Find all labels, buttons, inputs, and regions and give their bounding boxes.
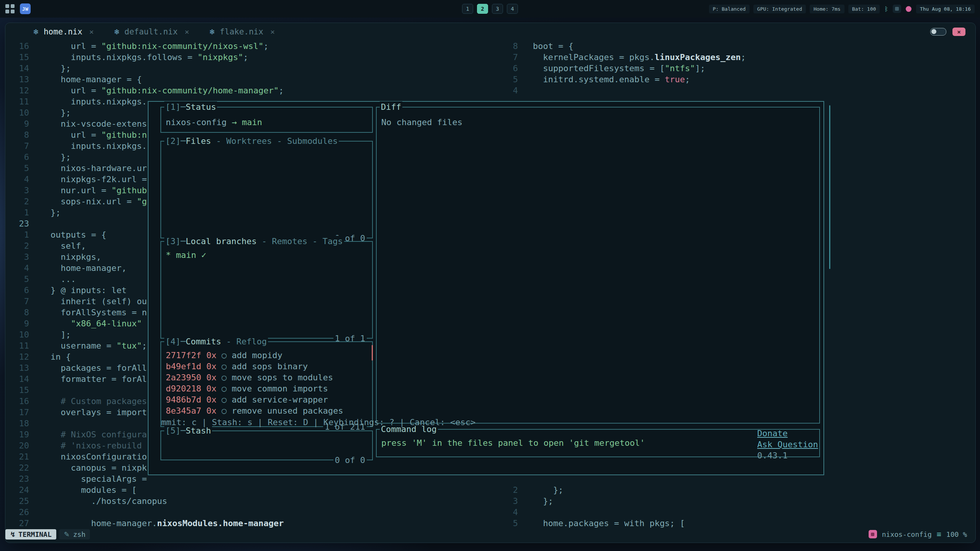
commit-row[interactable]: b49ef1d 0x ○ add sops binary: [166, 361, 368, 372]
code-line[interactable]: 4: [504, 85, 746, 96]
code-line[interactable]: 25 ./hosts/canopus: [5, 496, 284, 507]
line-number: 1: [5, 207, 29, 218]
logo-badge[interactable]: JW: [20, 3, 31, 14]
line-number: 12: [5, 351, 29, 362]
editor-scrollbar[interactable]: [829, 105, 830, 269]
code-text: ...: [51, 274, 76, 285]
window-close-button[interactable]: ×: [952, 28, 965, 36]
workspace-button-1[interactable]: 1: [462, 4, 473, 14]
panel-subtitle: - Worktrees - Submodules: [211, 136, 338, 146]
editor-tab-default.nix[interactable]: ❄default.nix×: [114, 27, 189, 36]
code-line[interactable]: 15 inputs.nixpkgs.follows = "nixpkgs";: [5, 52, 284, 63]
line-number: 16: [5, 41, 29, 52]
code-text: url = "github:n: [51, 129, 147, 140]
line-number: 15: [5, 385, 29, 396]
line-number: 4: [5, 262, 29, 274]
session-name: nixos-config: [882, 530, 932, 538]
code-text: inputs.nixpkgs.follows = "nixpkgs";: [51, 52, 248, 63]
commits-scrollbar-thumb[interactable]: [372, 345, 373, 360]
editor-pane-right-top[interactable]: 8boot = {7 kernelPackages = pkgs.linuxPa…: [504, 41, 746, 96]
code-line[interactable]: 27 home-manager.nixosModules.home-manage…: [5, 518, 284, 529]
editor-tab-home.nix[interactable]: ❄home.nix×: [33, 27, 94, 36]
workspace-button-2[interactable]: 2: [477, 4, 488, 14]
line-number: 7: [5, 140, 29, 152]
panel-index: [1]─: [165, 102, 186, 112]
ask-question-link[interactable]: Ask Question: [757, 440, 818, 449]
line-number: 3: [5, 251, 29, 262]
commit-row[interactable]: 9486b7d 0x ○ add service-wrapper: [166, 394, 368, 405]
tray-app-icon[interactable]: [893, 5, 901, 13]
code-text: nixpkgs-f2k.url =: [51, 174, 147, 185]
window-toggle[interactable]: [930, 28, 946, 36]
code-text: forAllSystems = n: [51, 307, 147, 318]
code-line[interactable]: 4: [504, 507, 685, 518]
code-text: in {: [51, 351, 71, 362]
code-line[interactable]: 24 modules = [: [5, 484, 284, 496]
line-number: 26: [5, 507, 29, 518]
code-line[interactable]: 2 };: [504, 484, 685, 496]
line-number: 20: [5, 440, 29, 451]
code-text: sops-nix.url = "g: [51, 196, 147, 207]
line-number: 11: [5, 340, 29, 351]
line-number: 19: [5, 429, 29, 440]
app-launcher-icon[interactable]: [5, 4, 15, 13]
editor-tab-flake.nix[interactable]: ❄flake.nix×: [209, 27, 275, 36]
commit-row[interactable]: 2a23950 0x ○ move sops to modules: [166, 372, 368, 383]
notification-dot-icon[interactable]: [906, 6, 911, 12]
code-text: # Custom packages: [51, 396, 147, 407]
lazygit-status-panel[interactable]: [1]─Status nixos-config → main: [160, 107, 373, 133]
panel-index: [4]─: [165, 337, 186, 346]
code-line[interactable]: 5 initrd.systemd.enable = true;: [504, 74, 746, 85]
lazygit-branches-panel[interactable]: [3]─Local branches - Remotes - Tags * ma…: [160, 241, 373, 339]
code-line[interactable]: 6 supportedFilesystems = ["ntfs"];: [504, 63, 746, 74]
code-line[interactable]: 7 kernelPackages = pkgs.linuxPackages_ze…: [504, 52, 746, 63]
code-text: inputs.nixpkgs.: [51, 140, 147, 152]
active-tab-pill[interactable]: ✎ zsh: [59, 529, 90, 540]
lazygit-files-panel[interactable]: [2]─Files - Worktrees - Submodules 0 of …: [160, 141, 373, 238]
tab-close-icon[interactable]: ×: [270, 27, 275, 36]
code-line[interactable]: 8boot = {: [504, 41, 746, 52]
panel-index: [3]─: [165, 236, 186, 246]
system-stat: Bat: 100: [848, 5, 880, 13]
lazygit-bottom-bar: mmit: c | Stash: s | Reset: D | Keybindi…: [161, 417, 818, 472]
code-text: inherit (self) ou: [51, 296, 147, 307]
bluetooth-icon[interactable]: ᛒ: [884, 5, 888, 13]
code-line[interactable]: 14 };: [5, 63, 284, 74]
workspace-button-4[interactable]: 4: [507, 4, 518, 14]
code-line[interactable]: 26: [5, 507, 284, 518]
code-line[interactable]: 13 home-manager = {: [5, 74, 284, 85]
session-icon: [869, 530, 877, 538]
code-text: # 'nixos-rebuild: [51, 440, 142, 451]
diff-content: No changed files: [377, 108, 819, 128]
donate-link[interactable]: Donate: [757, 429, 787, 438]
line-number: 17: [5, 407, 29, 418]
code-text: ];: [51, 329, 71, 340]
line-number: 2: [5, 196, 29, 207]
commit-row[interactable]: 2717f2f 0x ○ add mopidy: [166, 350, 368, 361]
tab-label: default.nix: [124, 27, 178, 36]
code-text: outputs = {: [51, 229, 106, 240]
code-text: } @ inputs: let: [51, 285, 127, 296]
line-number: 24: [5, 484, 29, 496]
lazygit-diff-panel[interactable]: Diff No changed files: [376, 107, 820, 424]
code-line[interactable]: 12 url = "github:nix-community/home-mana…: [5, 85, 284, 96]
line-number: 8: [504, 41, 518, 52]
editor-pane-right-bottom[interactable]: 2 };3 };45 home.packages = with pkgs; [: [504, 484, 685, 529]
panel-title: Status: [186, 102, 216, 112]
commit-row[interactable]: 8e345a7 0x ○ remove unused packages: [166, 405, 368, 416]
nix-snowflake-icon: ❄: [209, 28, 215, 36]
code-line[interactable]: 16 url = "github:nix-community/nixos-wsl…: [5, 41, 284, 52]
system-stat: GPU: Integrated: [753, 5, 806, 13]
lazygit-commits-panel[interactable]: [4]─Commits - Reflog 2717f2f 0x ○ add mo…: [160, 341, 373, 427]
tab-close-icon[interactable]: ×: [89, 27, 94, 36]
code-line[interactable]: 3 };: [504, 496, 685, 507]
code-line[interactable]: 5 home.packages = with pkgs; [: [504, 518, 685, 529]
line-number: 3: [504, 496, 518, 507]
commit-row[interactable]: d920218 0x ○ move common imports: [166, 383, 368, 394]
code-text: supportedFilesystems = ["ntfs"];: [533, 63, 705, 74]
workspace-switcher: 1234: [462, 0, 518, 18]
line-number: 13: [5, 74, 29, 85]
workspace-button-3[interactable]: 3: [492, 4, 503, 14]
line-number: 5: [5, 163, 29, 174]
tab-close-icon[interactable]: ×: [185, 27, 189, 36]
